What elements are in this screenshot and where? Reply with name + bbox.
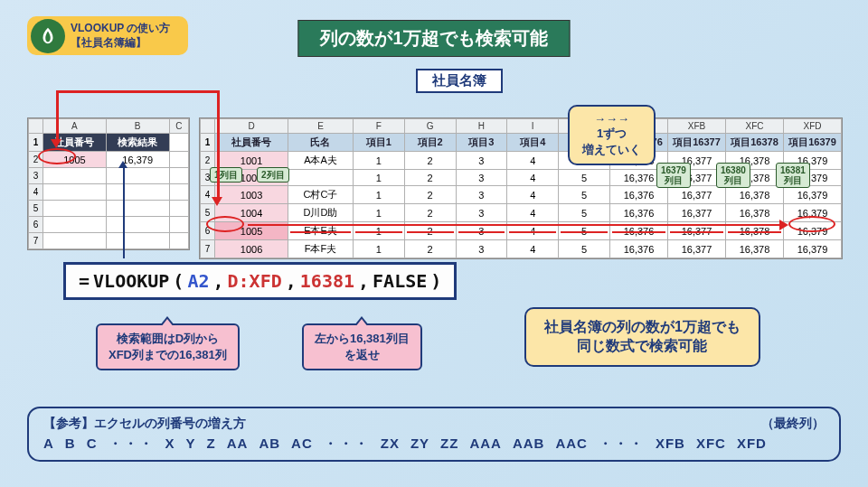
header-badge: VLOOKUP の使い方 【社員名簿編】 [27,16,188,55]
data-cell[interactable]: 3 [456,170,507,186]
data-cell[interactable]: 3 [456,222,507,240]
ref-columns: ABC・・・XYZAAABAC・・・ZXZYZZAAAAABAAC・・・XFBX… [43,435,825,453]
data-cell[interactable]: 2 [404,170,456,186]
mini-xfb: 16379 列目 [656,163,691,188]
data-cell[interactable]: 1 [353,152,404,170]
result-cell[interactable] [106,184,169,201]
result-cell[interactable] [106,217,169,233]
data-cell[interactable]: 3 [456,186,507,204]
data-cell[interactable]: 2 [404,204,456,222]
id-cell[interactable]: 1005 [215,222,288,240]
id-cell[interactable] [43,184,107,201]
data-cell[interactable]: 4 [507,186,559,204]
id-cell[interactable]: 1004 [215,204,288,222]
data-cell[interactable]: 16,378 [726,204,784,222]
data-cell[interactable]: 4 [507,152,559,170]
data-cell[interactable]: 3 [456,240,507,258]
col-letter: XFD [784,119,842,134]
mini-xfc: 16380 列目 [716,163,750,188]
data-cell[interactable]: 16,376 [610,204,668,222]
red-line-top [56,90,219,93]
note-big: 社員名簿の列の数が1万超でも 同じ数式で検索可能 [524,307,760,367]
ref-col: ・・・ [324,435,370,453]
data-cell[interactable]: 16,377 [668,204,726,222]
data-cell[interactable]: 4 [507,204,559,222]
formula-index: 16381 [300,270,354,292]
header-cell: 項目16378 [726,134,784,152]
result-cell[interactable] [106,201,169,217]
header-cell: 検索結果 [106,134,169,152]
ref-col: ・・・ [108,435,155,453]
ref-col: AAA [469,435,502,453]
result-cell[interactable] [106,168,169,184]
data-cell[interactable]: 16,378 [726,240,784,258]
data-cell[interactable]: 16,378 [726,186,784,204]
ref-col: XFD [737,435,767,453]
badge-line2: 【社員名簿編】 [71,36,170,51]
id-cell[interactable]: 1003 [215,186,288,204]
bubble-index-l1: 左から16,381列目 [315,331,410,347]
data-cell[interactable]: 16,377 [668,186,726,204]
ref-col: ZX [381,435,400,453]
ref-col: XFB [656,435,685,453]
name-cell[interactable]: D川D助 [288,204,354,222]
id-cell[interactable] [43,217,107,233]
data-cell[interactable]: 3 [456,204,507,222]
formula-box: = VLOOKUP ( A2 , D:XFD , 16381 , FALSE ) [63,262,457,300]
id-cell[interactable] [43,168,107,184]
id-cell[interactable] [43,201,107,217]
ref-col: B [65,435,76,453]
header-cell: 社員番号 [215,134,288,152]
header-cell: 氏名 [288,134,354,152]
data-cell[interactable]: 16,379 [784,240,842,258]
data-cell[interactable]: 1 [353,240,404,258]
data-cell[interactable]: 5 [559,222,610,240]
formula-false: FALSE [373,270,427,292]
data-cell[interactable]: 4 [507,222,559,240]
header-cell [169,134,188,152]
name-cell[interactable]: C村C子 [288,186,354,204]
data-cell[interactable]: 16,379 [784,204,842,222]
data-cell[interactable]: 5 [559,204,610,222]
id-cell[interactable] [43,233,107,249]
formula-close: ) [430,270,441,292]
id-cell[interactable]: 1005 [43,152,107,168]
data-cell[interactable]: 16,378 [726,222,784,240]
data-cell[interactable]: 1 [353,222,404,240]
header-cell: 項目4 [507,134,559,152]
col-letter [201,119,215,134]
data-cell[interactable]: 16,377 [668,222,726,240]
data-cell[interactable]: 2 [404,186,456,204]
name-cell[interactable]: A本A夫 [288,152,354,170]
data-cell[interactable]: 1 [353,186,404,204]
data-cell[interactable]: 16,376 [610,186,668,204]
bubble-range-l1: 検索範囲はD列から [108,331,227,347]
data-cell[interactable]: 16,376 [610,222,668,240]
data-cell[interactable]: 2 [404,240,456,258]
name-cell[interactable]: E本E夫 [288,222,354,240]
col-letter: E [288,119,354,134]
result-cell[interactable]: 16,379 [106,152,169,168]
name-cell[interactable] [288,170,354,186]
data-cell[interactable]: 5 [559,170,610,186]
ref-col: AAB [513,435,545,453]
data-cell[interactable]: 4 [507,170,559,186]
name-cell[interactable]: F本F夫 [288,240,354,258]
data-cell[interactable]: 1 [353,204,404,222]
data-cell[interactable]: 16,377 [668,240,726,258]
data-cell[interactable]: 16,376 [610,240,668,258]
data-cell[interactable]: 1 [353,170,404,186]
result-cell[interactable] [106,233,169,249]
data-cell[interactable]: 2 [404,222,456,240]
data-cell[interactable]: 16,379 [784,186,842,204]
data-cell[interactable]: 2 [404,152,456,170]
data-cell[interactable]: 16,379 [784,222,842,240]
ref-col: Z [207,435,216,453]
data-cell[interactable]: 4 [507,240,559,258]
id-cell[interactable]: 1006 [215,240,288,258]
bubble-range: 検索範囲はD列から XFD列までの16,381列 [96,323,240,370]
badge-line1: VLOOKUP の使い方 [71,22,170,36]
data-cell[interactable]: 5 [559,186,610,204]
data-cell[interactable]: 3 [456,152,507,170]
data-cell[interactable]: 5 [559,240,610,258]
